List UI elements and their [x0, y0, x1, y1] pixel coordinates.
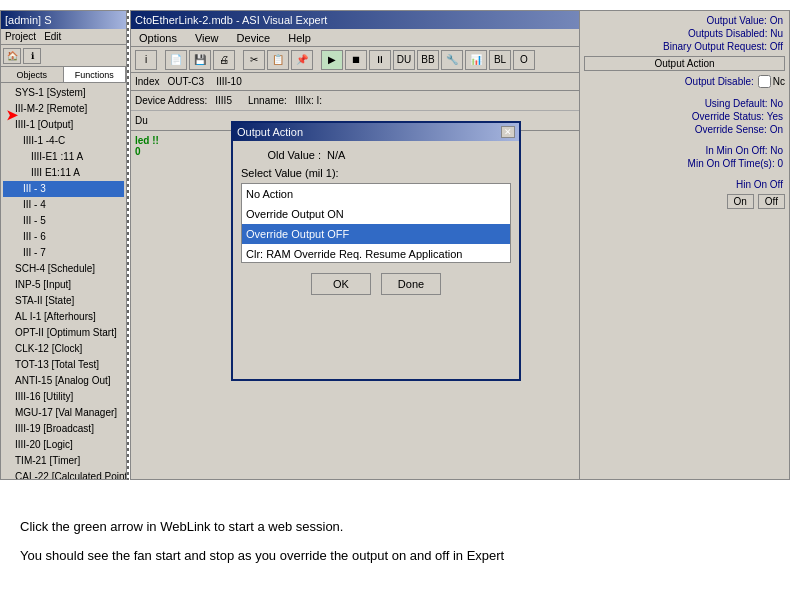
toolbar-btn-15[interactable]: BL: [489, 50, 511, 70]
tree-item[interactable]: INP-5 [Input]: [3, 277, 124, 293]
toolbar-btn-13[interactable]: 🔧: [441, 50, 463, 70]
properties-panel: Output Value: On Outputs Disabled: Nu Bi…: [579, 11, 789, 479]
action-listbox[interactable]: No Action Override Output ON Override Ou…: [241, 183, 511, 263]
binary-output-label: Binary Output Request: Off: [663, 41, 783, 52]
index-label: Index: [135, 76, 159, 87]
tree-item[interactable]: IIII-19 [Broadcast]: [3, 421, 124, 437]
tab-functions[interactable]: Functions: [64, 67, 127, 82]
menu-device[interactable]: Device: [233, 31, 275, 45]
override-status-row: Override Status: Yes: [584, 111, 785, 122]
output-disable-row: Output Disable: Nc: [584, 75, 785, 88]
tree-item[interactable]: CAL-22 [Calculated Point]: [3, 469, 124, 480]
toolbar-btn-16[interactable]: O: [513, 50, 535, 70]
tree-item[interactable]: ANTI-15 [Analog Out]: [3, 373, 124, 389]
old-value: N/A: [327, 149, 511, 161]
toolbar-btn-8[interactable]: ▶: [321, 50, 343, 70]
project-panel-title: [admin] S: [1, 11, 126, 29]
tree-item[interactable]: MGU-17 [Val Manager]: [3, 405, 124, 421]
menu-options[interactable]: Options: [135, 31, 181, 45]
tree-item[interactable]: IIII-1 [Output]: [3, 117, 124, 133]
menu-view[interactable]: View: [191, 31, 223, 45]
tree-item[interactable]: III - 5: [3, 213, 124, 229]
hin-off-button[interactable]: Off: [758, 194, 785, 209]
ok-button[interactable]: OK: [311, 273, 371, 295]
tree-item-selected[interactable]: III - 3: [3, 181, 124, 197]
outputs-disabled-label: Outputs Disabled: Nu: [688, 28, 783, 39]
toolbar-btn-3[interactable]: 💾: [189, 50, 211, 70]
tree-item[interactable]: III - 6: [3, 229, 124, 245]
toolbar-btn-5[interactable]: ✂: [243, 50, 265, 70]
toolbar-btn-6[interactable]: 📋: [267, 50, 289, 70]
override-sense-row: Override Sense: On: [584, 124, 785, 135]
listbox-item-override-on[interactable]: Override Output ON: [242, 204, 510, 224]
using-default-label: Using Default: No: [705, 98, 783, 109]
min-onoff-timejs-row: Min On Off Time(s): 0: [584, 158, 785, 169]
tree-item[interactable]: OPT-II [Optimum Start]: [3, 325, 124, 341]
binary-output-row: Binary Output Request: Off: [584, 41, 785, 52]
toolbar-btn-10[interactable]: ⏸: [369, 50, 391, 70]
toolbar-btn-4[interactable]: 🖨: [213, 50, 235, 70]
listbox-item-clr-ram[interactable]: Clr: RAM Override Req. Resume Applicatio…: [242, 244, 510, 263]
in-min-onoff-label: In Min On Off: No: [705, 145, 783, 156]
override-status-label: Override Status: Yes: [692, 111, 783, 122]
tree-item[interactable]: IIII E1:11 A: [3, 165, 124, 181]
hin-on-button[interactable]: On: [727, 194, 754, 209]
listbox-item-no-action[interactable]: No Action: [242, 184, 510, 204]
output-disable-checkbox[interactable]: [758, 75, 771, 88]
red-arrow-indicator: ➤: [6, 107, 18, 123]
info-icon[interactable]: ℹ: [23, 48, 41, 64]
project-menu: Project Edit: [1, 29, 126, 45]
edit-menu-item[interactable]: Edit: [44, 31, 61, 42]
du-label: Du: [135, 115, 148, 126]
index-sub: IIII-10: [216, 76, 242, 87]
cancel-button[interactable]: Done: [381, 273, 441, 295]
toolbar-btn-9[interactable]: ⏹: [345, 50, 367, 70]
hin-on-off-row: Hin On Off: [584, 179, 785, 190]
min-onoff-timejs-label: Min On Off Time(s): 0: [688, 158, 783, 169]
in-min-onoff-row: In Min On Off: No: [584, 145, 785, 156]
tree-area: SYS-1 [System] III-M-2 [Remote] IIII-1 […: [1, 83, 126, 480]
toolbar-btn-11[interactable]: DU: [393, 50, 415, 70]
toolbar-btn-2[interactable]: 📄: [165, 50, 187, 70]
index-value: OUT-C3: [167, 76, 204, 87]
tree-item[interactable]: STA-II [State]: [3, 293, 124, 309]
project-menu-item[interactable]: Project: [5, 31, 36, 42]
tree-item[interactable]: TOT-13 [Total Test]: [3, 357, 124, 373]
tree-item[interactable]: AL I-1 [Afterhours]: [3, 309, 124, 325]
tab-objects[interactable]: Objects: [1, 67, 64, 82]
tree-item[interactable]: IIII-20 [Logic]: [3, 437, 124, 453]
tree-item[interactable]: IIII-E1 :11 A: [3, 149, 124, 165]
tree-item[interactable]: CLK-12 [Clock]: [3, 341, 124, 357]
tree-item[interactable]: IIII-16 [Utility]: [3, 389, 124, 405]
tree-item[interactable]: III-M-2 [Remote]: [3, 101, 124, 117]
toolbar-btn-7[interactable]: 📌: [291, 50, 313, 70]
home-icon[interactable]: 🏠: [3, 48, 21, 64]
old-value-label: Old Value :: [241, 149, 321, 161]
dialog-title-bar: Output Action ✕: [233, 123, 519, 141]
main-panel: Device Address: IIII5 Lnname: IIIIx: I: …: [131, 91, 789, 479]
project-title-label: [admin] S: [5, 14, 51, 26]
tree-item[interactable]: SYS-1 [System]: [3, 85, 124, 101]
listbox-item-override-off[interactable]: Override Output OFF: [242, 224, 510, 244]
sidebar-icons: 🏠 ℹ: [1, 45, 126, 67]
tree-item[interactable]: SCH-4 [Schedule]: [3, 261, 124, 277]
toolbar-btn-14[interactable]: 📊: [465, 50, 487, 70]
hin-on-off-label: Hin On Off: [736, 179, 783, 190]
tree-item[interactable]: III - 7: [3, 245, 124, 261]
override-sense-label: Override Sense: On: [695, 124, 783, 135]
toolbar-btn-12[interactable]: BB: [417, 50, 439, 70]
old-value-row: Old Value : N/A: [241, 149, 511, 161]
output-action-button[interactable]: Output Action: [584, 56, 785, 71]
output-disable-value: Nc: [773, 76, 785, 87]
dialog-buttons: OK Done: [241, 273, 511, 295]
toolbar-btn-1[interactable]: i: [135, 50, 157, 70]
tree-item[interactable]: TIM-21 [Timer]: [3, 453, 124, 469]
instruction-line1: Click the green arrow in WebLink to star…: [20, 517, 774, 538]
dialog-close-button[interactable]: ✕: [501, 126, 515, 138]
tree-item[interactable]: III - 4: [3, 197, 124, 213]
main-window: CtoEtherLink-2.mdb - ASI Visual Expert _…: [130, 10, 790, 480]
dialog-title: Output Action: [237, 126, 501, 138]
project-panel: [admin] S Project Edit 🏠 ℹ Objects Funct…: [0, 10, 127, 480]
tree-item[interactable]: IIII-1 -4-C: [3, 133, 124, 149]
menu-help[interactable]: Help: [284, 31, 315, 45]
